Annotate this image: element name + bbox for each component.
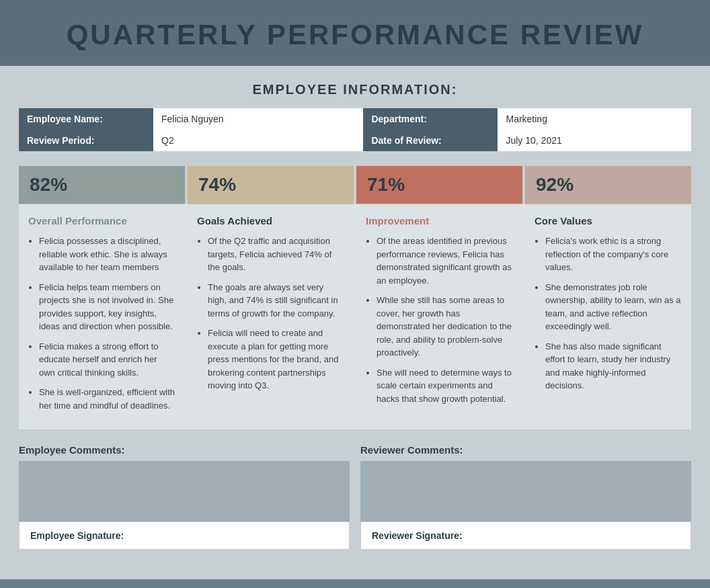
main-content: EMPLOYEE INFORMATION: Employee Name: Fel… bbox=[0, 66, 710, 579]
metric-values: 92% bbox=[525, 166, 691, 204]
list-item: Felicia's work ethic is a strong reflect… bbox=[545, 235, 682, 274]
detail-improvement: Improvement Of the areas identified in p… bbox=[356, 204, 522, 429]
list-item: She is well-organized, efficient with he… bbox=[39, 386, 175, 412]
list-item: Felicia makes a strong effort to educate… bbox=[39, 340, 175, 380]
reviewer-signature-box: Reviewer Signature: bbox=[360, 521, 691, 550]
department-value: Marketing bbox=[498, 108, 691, 130]
employee-comment-box[interactable] bbox=[19, 461, 350, 521]
detail-values-list: Felicia's work ethic is a strong reflect… bbox=[535, 235, 682, 392]
reviewer-comment-box[interactable] bbox=[360, 461, 691, 521]
list-item: Felicia possesses a disciplined, reliabl… bbox=[39, 235, 175, 274]
detail-values-title: Core Values bbox=[535, 215, 682, 226]
metrics-row: 82% 74% 71% 92% bbox=[19, 166, 691, 204]
detail-values: Core Values Felicia's work ethic is a st… bbox=[525, 204, 691, 429]
date-of-review-value: July 10, 2021 bbox=[498, 130, 691, 151]
page-header: QUARTERLY PERFORMANCE REVIEW bbox=[0, 0, 710, 66]
list-item: She will need to determine ways to scale… bbox=[377, 366, 513, 406]
comments-section: Employee Comments: Employee Signature: R… bbox=[19, 444, 691, 550]
detail-goals-list: Of the Q2 traffic and acquisition target… bbox=[197, 235, 344, 392]
list-item: Felicia will need to create and execute … bbox=[208, 327, 344, 392]
employee-signature-box: Employee Signature: bbox=[19, 521, 350, 550]
list-item: She demonstrates job role ownership, abi… bbox=[545, 281, 682, 333]
employee-name-value: Felicia Nguyen bbox=[153, 108, 363, 130]
metric-goals: 74% bbox=[188, 166, 354, 204]
list-item: Of the Q2 traffic and acquisition target… bbox=[208, 235, 344, 274]
department-label: Department: bbox=[363, 108, 498, 130]
reviewer-signature-label: Reviewer Signature: bbox=[372, 530, 463, 541]
date-of-review-label: Date of Review: bbox=[363, 130, 498, 151]
reviewer-comment-and-sig: Reviewer Signature: bbox=[360, 461, 691, 550]
list-item: She has also made significant effort to … bbox=[545, 340, 682, 392]
detail-overall-list: Felicia possesses a disciplined, reliabl… bbox=[28, 235, 175, 412]
details-row: Overall Performance Felicia possesses a … bbox=[19, 204, 691, 429]
employee-comments-label: Employee Comments: bbox=[19, 444, 350, 456]
metric-values-percent: 92% bbox=[536, 174, 680, 196]
metric-goals-percent: 74% bbox=[198, 174, 343, 196]
list-item: The goals are always set very high, and … bbox=[208, 281, 344, 321]
detail-overall: Overall Performance Felicia possesses a … bbox=[19, 204, 185, 429]
employee-signature-label: Employee Signature: bbox=[30, 530, 124, 541]
page-title: QUARTERLY PERFORMANCE REVIEW bbox=[13, 19, 697, 51]
list-item: While she still has some areas to cover,… bbox=[377, 294, 513, 360]
review-period-label: Review Period: bbox=[19, 130, 153, 151]
list-item: Of the areas identified in previous perf… bbox=[377, 235, 513, 287]
table-row: Employee Name: Felicia Nguyen Department… bbox=[19, 108, 691, 130]
employee-name-label: Employee Name: bbox=[19, 108, 153, 130]
employee-info-title: EMPLOYEE INFORMATION: bbox=[19, 82, 691, 97]
metric-overall-percent: 82% bbox=[30, 174, 174, 196]
reviewer-comment-block: Reviewer Comments: Reviewer Signature: bbox=[360, 444, 691, 550]
detail-improvement-list: Of the areas identified in previous perf… bbox=[366, 235, 513, 405]
reviewer-comments-label: Reviewer Comments: bbox=[360, 444, 691, 456]
list-item: Felicia helps team members on projects s… bbox=[39, 281, 175, 333]
metric-improvement-percent: 71% bbox=[367, 174, 512, 196]
detail-goals: Goals Achieved Of the Q2 traffic and acq… bbox=[188, 204, 354, 429]
table-row: Review Period: Q2 Date of Review: July 1… bbox=[19, 130, 691, 151]
detail-improvement-title: Improvement bbox=[366, 215, 513, 226]
metric-improvement: 71% bbox=[356, 166, 522, 204]
detail-overall-title: Overall Performance bbox=[28, 215, 175, 226]
metric-overall: 82% bbox=[19, 166, 185, 204]
employee-comment-block: Employee Comments: Employee Signature: bbox=[19, 444, 350, 550]
review-period-value: Q2 bbox=[153, 130, 363, 151]
employee-comment-and-sig: Employee Signature: bbox=[19, 461, 350, 550]
employee-info-table: Employee Name: Felicia Nguyen Department… bbox=[19, 108, 691, 151]
detail-goals-title: Goals Achieved bbox=[197, 215, 344, 226]
